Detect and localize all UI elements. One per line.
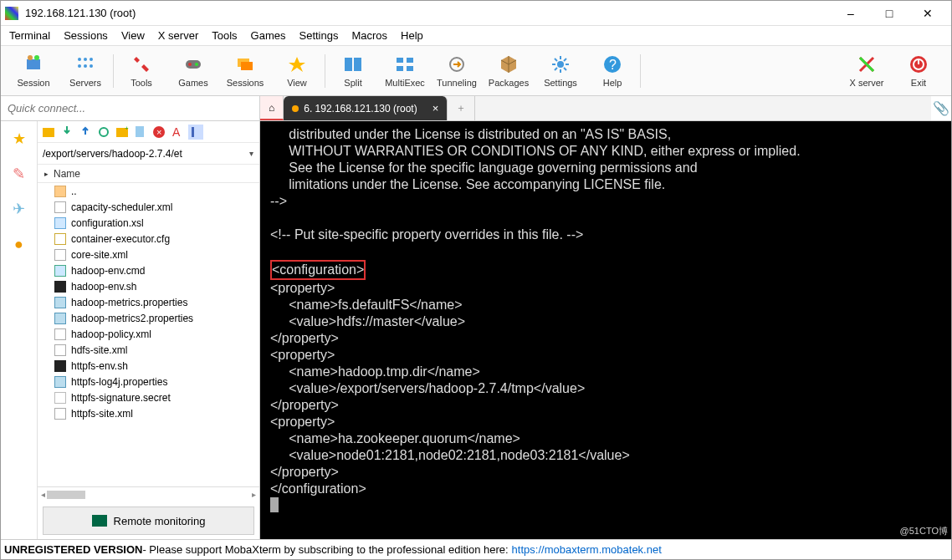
servers-icon <box>75 54 95 74</box>
file-item[interactable]: httpfs-log4j.properties <box>38 374 259 389</box>
file-item[interactable]: container-executor.cfg <box>38 231 259 247</box>
svg-rect-34 <box>192 127 194 137</box>
terminal-line: <configuration> <box>260 260 951 280</box>
paperclip-icon[interactable]: 📎 <box>931 96 951 120</box>
menu-view[interactable]: View <box>121 29 145 42</box>
menubar: TerminalSessionsViewX serverToolsGamesSe… <box>1 26 951 46</box>
svg-point-21 <box>557 61 564 68</box>
svg-point-27 <box>100 128 108 136</box>
tool-sessions[interactable]: Sessions <box>219 54 271 88</box>
file-name: hdfs-site.xml <box>71 344 127 356</box>
vtab-star-icon[interactable]: ★ <box>7 126 32 151</box>
sessions-icon <box>235 54 255 74</box>
file-item[interactable]: hadoop-metrics2.properties <box>38 310 259 326</box>
path-dropdown-icon[interactable]: ▾ <box>243 149 259 158</box>
tool-games[interactable]: Games <box>167 54 219 88</box>
file-item[interactable]: core-site.xml <box>38 247 259 262</box>
path-input[interactable] <box>38 148 243 160</box>
view-toggle-icon[interactable] <box>188 125 203 140</box>
folder-up-icon[interactable] <box>41 125 56 140</box>
tab-terminal-active[interactable]: 6. 192.168.121.130 (root) × <box>284 96 448 120</box>
path-bar: ▾ <box>38 143 259 165</box>
file-prop-icon <box>54 297 66 308</box>
menu-games[interactable]: Games <box>251 29 286 42</box>
terminal-output[interactable]: distributed under the License is distrib… <box>260 121 951 560</box>
tool-exit[interactable]: Exit <box>893 54 944 88</box>
tool-packages[interactable]: Packages <box>483 54 535 88</box>
watermark: @51CTO博 <box>900 525 948 537</box>
terminal-line: See the License for the specific languag… <box>260 160 951 176</box>
quick-connect-input[interactable] <box>1 96 260 120</box>
menu-tools[interactable]: Tools <box>212 29 237 42</box>
terminal-line: <value>node01:2181,node02:2181,node03:21… <box>260 447 951 464</box>
file-item[interactable]: hadoop-policy.xml <box>38 326 259 342</box>
delete-icon[interactable]: × <box>151 125 166 140</box>
svg-rect-13 <box>241 62 253 70</box>
new-file-icon[interactable] <box>133 125 148 140</box>
menu-sessions[interactable]: Sessions <box>64 29 108 42</box>
file-item[interactable]: hadoop-env.sh <box>38 278 259 294</box>
tool-tools[interactable]: Tools <box>115 54 167 88</box>
file-sh-icon <box>54 360 66 372</box>
file-item[interactable]: hadoop-env.cmd <box>38 262 259 278</box>
tool-settings[interactable]: Settings <box>535 54 586 88</box>
terminal-line: <!-- Put site-specific property override… <box>260 227 951 243</box>
file-item[interactable]: httpfs-env.sh <box>38 358 259 374</box>
terminal-line: </property> <box>260 397 951 414</box>
svg-point-8 <box>90 64 93 68</box>
refresh-icon[interactable] <box>96 125 111 140</box>
upload-icon[interactable] <box>78 125 93 140</box>
menu-settings[interactable]: Settings <box>299 29 339 42</box>
svg-point-11 <box>195 63 198 66</box>
tool-servers[interactable]: Servers <box>59 54 111 88</box>
file-item[interactable]: hdfs-site.xml <box>38 342 259 358</box>
file-folder-icon <box>54 186 66 197</box>
file-item[interactable]: hadoop-metrics.properties <box>38 294 259 310</box>
minimize-button[interactable]: – <box>832 1 870 26</box>
tool-tunneling[interactable]: Tunneling <box>431 54 483 88</box>
tool-help[interactable]: ?Help <box>586 54 638 88</box>
file-item[interactable]: httpfs-signature.secret <box>38 389 259 405</box>
svg-rect-9 <box>186 60 201 69</box>
menu-x-server[interactable]: X server <box>158 29 198 42</box>
file-name: .. <box>71 186 77 197</box>
terminal-line: </property> <box>260 464 951 481</box>
menu-macros[interactable]: Macros <box>351 29 387 42</box>
tool-x-server[interactable]: X server <box>841 54 893 88</box>
new-folder-icon[interactable]: + <box>115 125 130 140</box>
vtab-globe-icon[interactable]: ● <box>7 232 32 257</box>
vtab-paint-icon[interactable]: ✎ <box>7 161 32 186</box>
download-icon[interactable] <box>59 125 74 140</box>
file-item[interactable]: .. <box>38 183 259 199</box>
svg-point-6 <box>78 64 81 68</box>
column-name: Name <box>54 168 80 180</box>
svg-rect-30 <box>136 126 144 137</box>
file-item[interactable]: configuration.xsl <box>38 215 259 231</box>
status-link[interactable]: https://mobaxterm.mobatek.net <box>512 543 662 556</box>
terminal-line: WITHOUT WARRANTIES OR CONDITIONS OF ANY … <box>260 143 951 160</box>
file-item[interactable]: httpfs-site.xml <box>38 405 259 421</box>
file-list: ▸ Name ..capacity-scheduler.xmlconfigura… <box>38 165 259 486</box>
text-icon[interactable]: A <box>170 125 185 140</box>
h-scrollbar[interactable]: ◂▸ <box>38 486 259 501</box>
tool-multiexec[interactable]: MultiExec <box>379 54 431 88</box>
maximize-button[interactable]: □ <box>870 1 908 26</box>
file-list-header[interactable]: ▸ Name <box>38 165 259 183</box>
tool-split[interactable]: Split <box>327 54 379 88</box>
file-name: hadoop-env.cmd <box>71 265 146 277</box>
remote-monitoring-button[interactable]: Remote monitoring <box>43 507 254 535</box>
tool-view[interactable]: View <box>271 54 323 88</box>
close-button[interactable]: ✕ <box>908 1 947 26</box>
svg-point-3 <box>78 58 81 61</box>
svg-text:+: + <box>125 125 129 132</box>
file-item[interactable]: capacity-scheduler.xml <box>38 199 259 215</box>
menu-help[interactable]: Help <box>401 29 423 42</box>
tool-session[interactable]: Session <box>8 54 59 88</box>
tab-new[interactable]: ＋ <box>448 96 475 120</box>
tab-close-icon[interactable]: × <box>432 102 439 115</box>
tab-home[interactable]: ⌂ <box>260 96 284 120</box>
vtab-send-icon[interactable]: ✈ <box>7 196 32 221</box>
view-icon <box>287 54 307 74</box>
menu-terminal[interactable]: Terminal <box>9 29 50 42</box>
svg-point-5 <box>90 58 93 61</box>
